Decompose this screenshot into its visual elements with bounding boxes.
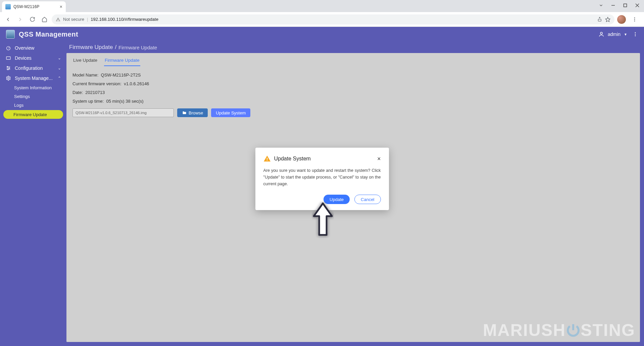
browser-chrome: QSW-M2116P ×	[0, 0, 644, 27]
annotation-arrow-icon	[311, 201, 335, 238]
tab-strip: QSW-M2116P ×	[0, 0, 644, 12]
minimize-icon[interactable]	[608, 1, 618, 9]
security-label: Not secure	[63, 17, 84, 22]
modal-backdrop: Update System × Are you sure you want to…	[0, 27, 644, 346]
dialog-body: Are you sure you want to update and rest…	[263, 167, 381, 187]
url-field[interactable]: Not secure | 192.168.100.110/#/firmwareu…	[52, 14, 614, 24]
kebab-menu-icon[interactable]	[630, 15, 639, 24]
warning-triangle-icon	[263, 155, 271, 162]
dialog-title: Update System	[274, 156, 311, 162]
reload-icon[interactable]	[28, 15, 37, 24]
warning-icon	[56, 17, 60, 22]
back-icon[interactable]	[3, 15, 13, 24]
close-window-icon[interactable]	[633, 1, 642, 9]
svg-rect-1	[624, 4, 627, 7]
svg-marker-5	[605, 17, 610, 21]
cancel-button[interactable]: Cancel	[354, 195, 381, 204]
chevron-down-icon[interactable]	[596, 1, 606, 9]
forward-icon[interactable]	[15, 15, 25, 24]
app: QSS Management admin ▼ Overview Devi	[0, 27, 644, 346]
favicon-icon	[5, 4, 11, 9]
svg-point-6	[634, 17, 635, 18]
profile-avatar[interactable]	[617, 15, 626, 24]
svg-rect-22	[267, 158, 267, 160]
window-controls	[596, 1, 642, 9]
address-bar: Not secure | 192.168.100.110/#/firmwareu…	[0, 12, 644, 27]
close-dialog-icon[interactable]: ×	[377, 155, 381, 162]
svg-rect-4	[598, 19, 601, 21]
close-tab-icon[interactable]: ×	[60, 4, 62, 9]
svg-point-7	[634, 19, 635, 20]
update-system-dialog: Update System × Are you sure you want to…	[255, 148, 389, 210]
svg-rect-23	[267, 160, 267, 161]
browser-tab[interactable]: QSW-M2116P ×	[2, 1, 66, 12]
url-text: 192.168.100.110/#/firmwareupdate	[91, 17, 158, 22]
home-icon[interactable]	[40, 15, 49, 24]
maximize-icon[interactable]	[621, 1, 630, 9]
tab-title: QSW-M2116P	[13, 4, 39, 9]
share-icon[interactable]	[597, 17, 602, 22]
svg-point-8	[634, 20, 635, 21]
star-icon[interactable]	[605, 17, 610, 22]
